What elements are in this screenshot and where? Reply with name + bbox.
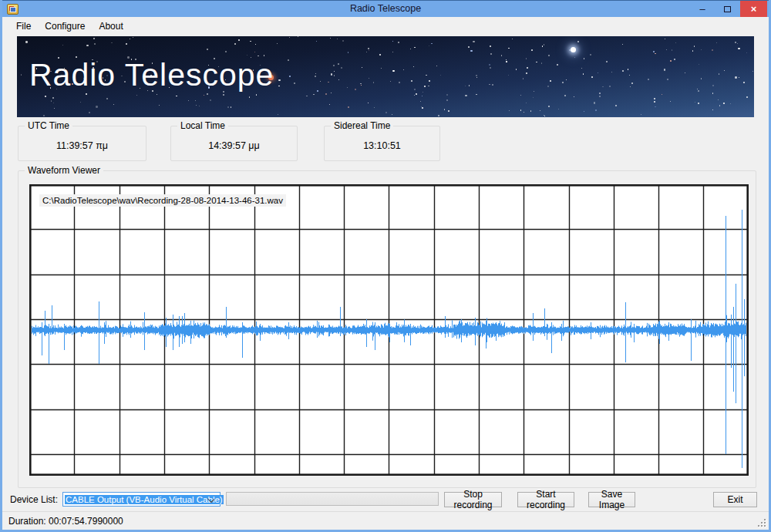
close-icon: × <box>751 3 757 15</box>
local-time-value: 14:39:57 μμ <box>171 126 297 160</box>
duration-status: Duration: 00:07:54.7990000 <box>8 516 123 527</box>
exit-button[interactable]: Exit <box>713 492 757 507</box>
device-list-dropdown[interactable]: CABLE Output (VB-Audio Virtual Cable) <box>62 492 221 507</box>
maximize-button[interactable] <box>717 1 737 17</box>
waveform-viewer-label: Waveform Viewer <box>25 165 103 176</box>
local-time-groupbox: Local Time 14:39:57 μμ <box>170 126 298 161</box>
sidereal-time-value: 13:10:51 <box>325 126 439 160</box>
waveform-canvas <box>29 184 749 476</box>
stop-recording-button[interactable]: Stop recording <box>444 492 502 507</box>
window-title: Radio Telescope <box>0 3 771 14</box>
waveform-viewer-groupbox: Waveform Viewer C:\RadioTelescope\wav\Re… <box>18 170 756 488</box>
maximize-icon <box>724 6 731 12</box>
bright-star <box>571 47 576 52</box>
status-bar: Duration: 00:07:54.7990000 <box>2 511 769 530</box>
menu-bar: File Configure About <box>0 17 771 35</box>
menu-configure[interactable]: Configure <box>38 19 92 34</box>
save-image-button[interactable]: Save Image <box>588 492 635 507</box>
device-selected-value: CABLE Output (VB-Audio Virtual Cable) <box>65 495 224 504</box>
recording-progress-bar <box>226 492 439 506</box>
minimize-button[interactable]: – <box>692 1 712 17</box>
recording-file-path: C:\RadioTelescope\wav\Recording-28-08-20… <box>39 194 286 207</box>
sidereal-time-groupbox: Sidereal Time 13:10:51 <box>324 126 440 161</box>
banner-title: Radio Telescope <box>29 57 274 93</box>
menu-file[interactable]: File <box>9 19 38 34</box>
device-list-label: Device List: <box>10 494 58 505</box>
menu-about[interactable]: About <box>92 19 130 34</box>
close-button[interactable]: × <box>740 1 767 17</box>
minimize-icon: – <box>699 3 705 15</box>
utc-time-groupbox: UTC Time 11:39:57 πμ <box>18 126 146 161</box>
title-bar[interactable]: Radio Telescope – × <box>0 0 771 17</box>
banner-image: Radio Telescope <box>17 36 754 117</box>
waveform-plot: C:\RadioTelescope\wav\Recording-28-08-20… <box>29 184 749 476</box>
utc-time-value: 11:39:57 πμ <box>19 126 146 160</box>
start-recording-button[interactable]: Start recording <box>517 492 574 507</box>
resize-grip-icon[interactable] <box>756 517 766 527</box>
app-window: Radio Telescope – × File Configure About… <box>0 0 771 532</box>
